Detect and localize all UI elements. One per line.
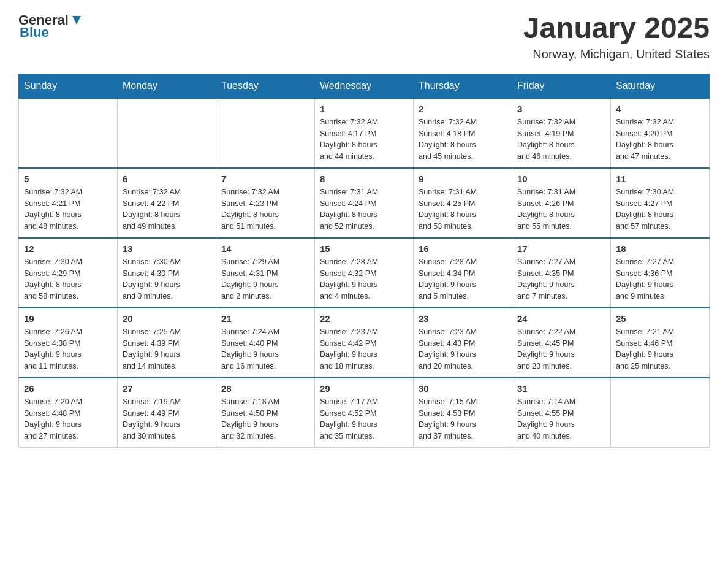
day-number-4-0: 26: [24, 383, 112, 394]
day-cell-0-2: [216, 98, 315, 168]
day-info-0-3: Sunrise: 7:32 AMSunset: 4:17 PMDaylight:…: [320, 117, 408, 163]
day-number-3-1: 20: [123, 313, 211, 324]
day-info-3-6: Sunrise: 7:21 AMSunset: 4:46 PMDaylight:…: [616, 326, 704, 372]
day-cell-2-3: 15Sunrise: 7:28 AMSunset: 4:32 PMDayligh…: [315, 238, 414, 308]
day-info-0-5: Sunrise: 7:32 AMSunset: 4:19 PMDaylight:…: [517, 117, 605, 163]
day-number-3-6: 25: [616, 313, 704, 324]
day-number-2-2: 14: [221, 243, 309, 254]
day-info-3-4: Sunrise: 7:23 AMSunset: 4:43 PMDaylight:…: [419, 326, 507, 372]
calendar-title: January 2025: [523, 12, 710, 45]
day-cell-0-0: [19, 98, 118, 168]
day-number-1-1: 6: [123, 174, 211, 184]
day-number-0-3: 1: [320, 104, 408, 114]
day-cell-1-6: 11Sunrise: 7:30 AMSunset: 4:27 PMDayligh…: [611, 168, 710, 238]
day-cell-1-1: 6Sunrise: 7:32 AMSunset: 4:22 PMDaylight…: [118, 168, 216, 238]
day-info-4-5: Sunrise: 7:14 AMSunset: 4:55 PMDaylight:…: [517, 396, 605, 442]
day-info-4-4: Sunrise: 7:15 AMSunset: 4:53 PMDaylight:…: [419, 396, 507, 442]
day-number-0-5: 3: [517, 104, 605, 114]
day-cell-3-6: 25Sunrise: 7:21 AMSunset: 4:46 PMDayligh…: [611, 308, 710, 378]
header-tuesday: Tuesday: [216, 74, 315, 98]
header-friday: Friday: [512, 74, 611, 98]
day-cell-4-6: [611, 378, 710, 448]
week-row-3: 19Sunrise: 7:26 AMSunset: 4:38 PMDayligh…: [19, 308, 710, 378]
day-info-0-6: Sunrise: 7:32 AMSunset: 4:20 PMDaylight:…: [616, 117, 704, 163]
day-cell-1-4: 9Sunrise: 7:31 AMSunset: 4:25 PMDaylight…: [414, 168, 512, 238]
day-info-1-2: Sunrise: 7:32 AMSunset: 4:23 PMDaylight:…: [221, 186, 309, 232]
day-cell-4-2: 28Sunrise: 7:18 AMSunset: 4:50 PMDayligh…: [216, 378, 315, 448]
day-info-1-5: Sunrise: 7:31 AMSunset: 4:26 PMDaylight:…: [517, 186, 605, 232]
day-cell-3-4: 23Sunrise: 7:23 AMSunset: 4:43 PMDayligh…: [414, 308, 512, 378]
day-number-0-6: 4: [616, 104, 704, 114]
day-cell-2-1: 13Sunrise: 7:30 AMSunset: 4:30 PMDayligh…: [118, 238, 216, 308]
day-cell-0-3: 1Sunrise: 7:32 AMSunset: 4:17 PMDaylight…: [315, 98, 414, 168]
day-info-2-0: Sunrise: 7:30 AMSunset: 4:29 PMDaylight:…: [24, 256, 112, 302]
day-info-2-4: Sunrise: 7:28 AMSunset: 4:34 PMDaylight:…: [419, 256, 507, 302]
day-number-2-3: 15: [320, 243, 408, 254]
day-cell-1-3: 8Sunrise: 7:31 AMSunset: 4:24 PMDaylight…: [315, 168, 414, 238]
day-number-1-2: 7: [221, 174, 309, 184]
svg-marker-0: [72, 16, 81, 25]
header-sunday: Sunday: [19, 74, 118, 98]
day-number-3-3: 22: [320, 313, 408, 324]
header-wednesday: Wednesday: [315, 74, 414, 98]
day-number-4-1: 27: [123, 383, 211, 394]
day-number-1-4: 9: [419, 174, 507, 184]
day-number-3-2: 21: [221, 313, 309, 324]
day-cell-1-2: 7Sunrise: 7:32 AMSunset: 4:23 PMDaylight…: [216, 168, 315, 238]
calendar-subtitle: Norway, Michigan, United States: [523, 47, 710, 61]
day-number-2-1: 13: [123, 243, 211, 254]
day-info-4-2: Sunrise: 7:18 AMSunset: 4:50 PMDaylight:…: [221, 396, 309, 442]
day-cell-4-1: 27Sunrise: 7:19 AMSunset: 4:49 PMDayligh…: [118, 378, 216, 448]
day-cell-3-5: 24Sunrise: 7:22 AMSunset: 4:45 PMDayligh…: [512, 308, 611, 378]
logo-arrow-icon: [70, 13, 83, 27]
day-cell-0-6: 4Sunrise: 7:32 AMSunset: 4:20 PMDaylight…: [611, 98, 710, 168]
week-row-1: 5Sunrise: 7:32 AMSunset: 4:21 PMDaylight…: [19, 168, 710, 238]
week-row-4: 26Sunrise: 7:20 AMSunset: 4:48 PMDayligh…: [19, 378, 710, 448]
title-area: January 2025 Norway, Michigan, United St…: [523, 12, 710, 61]
day-number-3-5: 24: [517, 313, 605, 324]
day-info-3-2: Sunrise: 7:24 AMSunset: 4:40 PMDaylight:…: [221, 326, 309, 372]
day-number-1-6: 11: [616, 174, 704, 184]
day-number-4-3: 29: [320, 383, 408, 394]
logo: General Blue: [18, 12, 83, 40]
day-info-2-2: Sunrise: 7:29 AMSunset: 4:31 PMDaylight:…: [221, 256, 309, 302]
day-cell-1-0: 5Sunrise: 7:32 AMSunset: 4:21 PMDaylight…: [19, 168, 118, 238]
day-info-4-0: Sunrise: 7:20 AMSunset: 4:48 PMDaylight:…: [24, 396, 112, 442]
day-cell-0-1: [118, 98, 216, 168]
week-row-0: 1Sunrise: 7:32 AMSunset: 4:17 PMDaylight…: [19, 98, 710, 168]
day-cell-4-0: 26Sunrise: 7:20 AMSunset: 4:48 PMDayligh…: [19, 378, 118, 448]
day-info-3-0: Sunrise: 7:26 AMSunset: 4:38 PMDaylight:…: [24, 326, 112, 372]
day-info-3-5: Sunrise: 7:22 AMSunset: 4:45 PMDaylight:…: [517, 326, 605, 372]
day-cell-2-4: 16Sunrise: 7:28 AMSunset: 4:34 PMDayligh…: [414, 238, 512, 308]
day-info-2-1: Sunrise: 7:30 AMSunset: 4:30 PMDaylight:…: [123, 256, 211, 302]
day-number-1-3: 8: [320, 174, 408, 184]
day-info-2-5: Sunrise: 7:27 AMSunset: 4:35 PMDaylight:…: [517, 256, 605, 302]
day-info-1-0: Sunrise: 7:32 AMSunset: 4:21 PMDaylight:…: [24, 186, 112, 232]
header: General Blue January 2025 Norway, Michig…: [18, 12, 710, 61]
day-number-2-6: 18: [616, 243, 704, 254]
day-cell-2-0: 12Sunrise: 7:30 AMSunset: 4:29 PMDayligh…: [19, 238, 118, 308]
day-number-2-0: 12: [24, 243, 112, 254]
day-info-1-4: Sunrise: 7:31 AMSunset: 4:25 PMDaylight:…: [419, 186, 507, 232]
day-info-1-1: Sunrise: 7:32 AMSunset: 4:22 PMDaylight:…: [123, 186, 211, 232]
day-info-4-1: Sunrise: 7:19 AMSunset: 4:49 PMDaylight:…: [123, 396, 211, 442]
day-number-2-4: 16: [419, 243, 507, 254]
week-row-2: 12Sunrise: 7:30 AMSunset: 4:29 PMDayligh…: [19, 238, 710, 308]
day-cell-2-2: 14Sunrise: 7:29 AMSunset: 4:31 PMDayligh…: [216, 238, 315, 308]
day-info-2-6: Sunrise: 7:27 AMSunset: 4:36 PMDaylight:…: [616, 256, 704, 302]
header-thursday: Thursday: [414, 74, 512, 98]
day-cell-3-1: 20Sunrise: 7:25 AMSunset: 4:39 PMDayligh…: [118, 308, 216, 378]
day-cell-4-4: 30Sunrise: 7:15 AMSunset: 4:53 PMDayligh…: [414, 378, 512, 448]
day-headers-row: Sunday Monday Tuesday Wednesday Thursday…: [19, 74, 710, 98]
day-cell-3-0: 19Sunrise: 7:26 AMSunset: 4:38 PMDayligh…: [19, 308, 118, 378]
calendar-table: Sunday Monday Tuesday Wednesday Thursday…: [18, 74, 710, 448]
header-monday: Monday: [118, 74, 216, 98]
day-cell-2-6: 18Sunrise: 7:27 AMSunset: 4:36 PMDayligh…: [611, 238, 710, 308]
day-number-3-0: 19: [24, 313, 112, 324]
day-info-3-1: Sunrise: 7:25 AMSunset: 4:39 PMDaylight:…: [123, 326, 211, 372]
day-cell-0-5: 3Sunrise: 7:32 AMSunset: 4:19 PMDaylight…: [512, 98, 611, 168]
day-number-4-2: 28: [221, 383, 309, 394]
header-saturday: Saturday: [611, 74, 710, 98]
day-cell-1-5: 10Sunrise: 7:31 AMSunset: 4:26 PMDayligh…: [512, 168, 611, 238]
day-number-4-4: 30: [419, 383, 507, 394]
